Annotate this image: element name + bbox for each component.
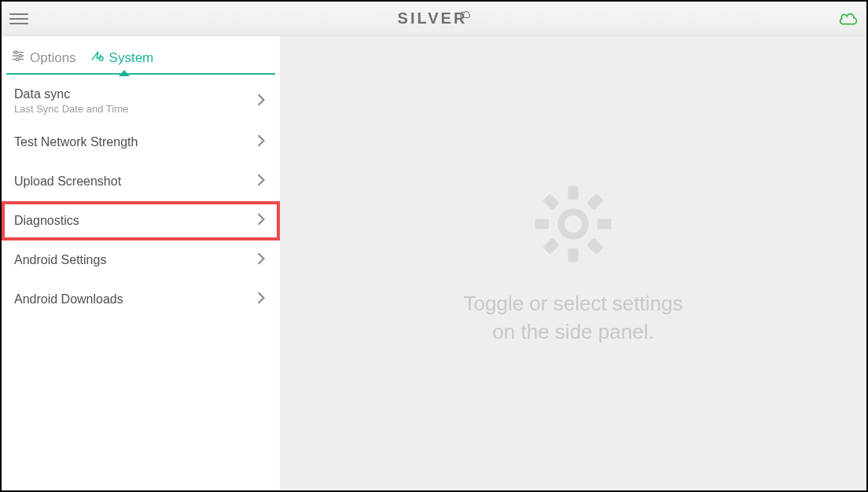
chevron-right-icon [256,134,266,151]
tab-system-label: System [109,50,154,66]
svg-rect-10 [535,218,550,229]
body: Options System [2,36,866,490]
svg-rect-11 [598,218,612,229]
svg-rect-9 [568,248,578,262]
gear-icon [530,181,616,270]
brand-cloud-icon [458,5,472,23]
svg-point-3 [19,54,22,57]
chevron-right-icon [256,93,266,110]
placeholder-line1: Toggle or select settings [464,289,683,318]
chevron-right-icon [256,212,266,229]
svg-point-7 [100,58,101,60]
svg-rect-12 [587,193,604,211]
brand-logo: SILVER [398,9,468,28]
sidebar: Options System [2,36,280,490]
tabs-underline [6,73,275,75]
chevron-right-icon [256,291,266,308]
chevron-right-icon [256,173,266,190]
system-icon [90,49,105,67]
svg-rect-13 [542,237,560,255]
placeholder-line2: on the side panel. [464,318,683,346]
sidebar-item-upload-screenshot[interactable]: Upload Screenshot [2,162,280,201]
chevron-right-icon [256,252,266,269]
header-bar: SILVER [2,2,866,36]
sidebar-item-diagnostics[interactable]: Diagnostics [2,201,280,240]
sidebar-item-label: Test Network Strength [14,135,138,149]
svg-rect-8 [568,185,578,200]
tab-system[interactable]: System [86,44,164,75]
sidebar-menu: Data sync Last Sync Date and Time Test N… [2,79,280,319]
content-panel: Toggle or select settings on the side pa… [280,36,866,490]
sidebar-item-data-sync[interactable]: Data sync Last Sync Date and Time [2,79,280,123]
sidebar-item-test-network[interactable]: Test Network Strength [2,123,280,162]
tab-options-label: Options [30,50,76,66]
sidebar-item-android-downloads[interactable]: Android Downloads [2,280,280,319]
sidebar-tabs: Options System [2,36,280,75]
sidebar-item-subtitle: Last Sync Date and Time [14,103,128,115]
sidebar-item-label: Android Downloads [14,292,123,307]
svg-rect-14 [542,193,560,211]
app-frame: SILVER Options [0,0,868,492]
svg-point-1 [15,51,18,54]
sliders-icon [11,49,25,67]
sidebar-item-android-settings[interactable]: Android Settings [2,240,280,280]
svg-rect-15 [587,237,604,255]
sidebar-item-label: Upload Screenshot [14,174,121,189]
tab-options[interactable]: Options [6,44,86,75]
sidebar-item-label: Diagnostics [14,214,79,228]
cloud-status-icon[interactable] [837,11,859,27]
brand-text: SILVER [398,9,468,28]
svg-point-5 [16,58,19,61]
content-placeholder: Toggle or select settings on the side pa… [464,289,683,347]
sidebar-item-label: Data sync [14,87,128,101]
menu-icon[interactable] [9,9,28,28]
sidebar-item-label: Android Settings [14,253,106,267]
